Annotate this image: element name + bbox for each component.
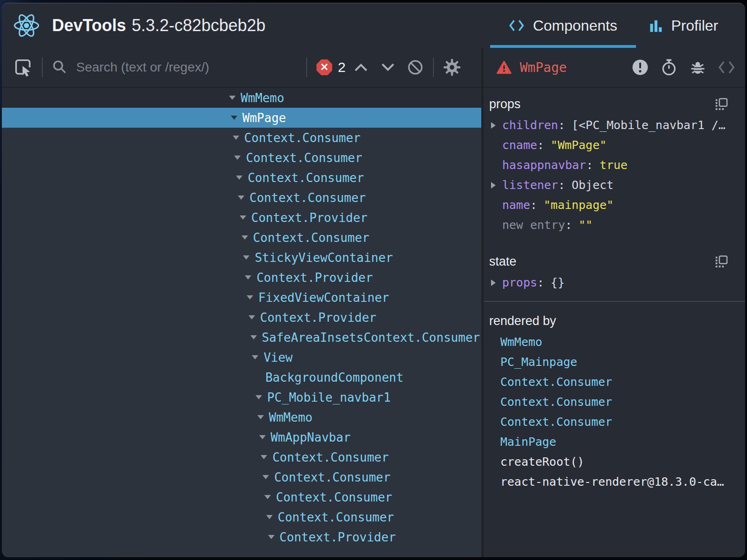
tree-row[interactable]: BackgroundComponent xyxy=(2,367,481,387)
rendered-by-item[interactable]: Context.Consumer xyxy=(484,412,745,432)
tree-row[interactable]: Context.Provider xyxy=(2,307,481,327)
tree-row[interactable]: Context.Provider xyxy=(2,527,481,547)
prop-row[interactable]: children: [<PC_Mobile_navbar1 /… xyxy=(484,115,745,135)
prop-value[interactable]: Object xyxy=(571,178,613,192)
prop-row[interactable]: hasappnavbar: true xyxy=(484,155,745,175)
component-name: Context.Consumer xyxy=(278,510,394,524)
expand-arrow-icon[interactable] xyxy=(234,156,241,160)
tab-profiler[interactable]: Profiler xyxy=(636,3,731,48)
clear-errors-button[interactable] xyxy=(407,59,424,76)
prop-value[interactable]: "mainpage" xyxy=(544,198,614,212)
block-icon xyxy=(407,59,424,76)
prop-row[interactable]: name: "mainpage" xyxy=(484,195,745,215)
expand-arrow-icon[interactable] xyxy=(264,495,271,499)
tree-row[interactable]: Context.Consumer xyxy=(2,228,481,247)
expand-arrow-icon[interactable] xyxy=(238,195,244,200)
tree-row[interactable]: FixedViewContainer xyxy=(2,287,481,307)
expand-arrow-icon[interactable] xyxy=(242,235,248,240)
expand-arrow-icon[interactable] xyxy=(233,136,239,140)
expand-triangle-icon[interactable] xyxy=(491,280,496,286)
tree-row[interactable]: Context.Consumer xyxy=(2,467,481,487)
expand-arrow-icon[interactable] xyxy=(262,475,269,479)
expand-arrow-icon[interactable] xyxy=(243,255,249,260)
tree-row[interactable]: WmMemo xyxy=(2,88,481,108)
tree-row[interactable]: WmPage xyxy=(2,108,481,128)
chevron-up-icon xyxy=(353,62,369,73)
app-title-text: DevTools xyxy=(52,16,126,35)
rendered-by-item[interactable]: Context.Consumer xyxy=(484,372,745,392)
error-octagon-icon: ✕ xyxy=(316,59,332,75)
tree-row[interactable]: Context.Consumer xyxy=(2,128,481,148)
inspected-component-title: WmPage xyxy=(520,60,567,75)
tree-row[interactable]: Context.Consumer xyxy=(2,168,481,188)
tree-row[interactable]: WmAppNavbar xyxy=(2,427,481,447)
tree-row[interactable]: Context.Consumer xyxy=(2,148,481,168)
app-title: DevTools5.3.2-c82bcbeb2b xyxy=(52,16,266,35)
expand-arrow-icon[interactable] xyxy=(236,176,242,180)
expand-arrow-icon[interactable] xyxy=(257,415,264,419)
prop-row[interactable]: cname: "WmPage" xyxy=(484,135,745,155)
tree-row[interactable]: Context.Provider xyxy=(2,208,481,228)
rendered-by-item[interactable]: Context.Consumer xyxy=(484,392,745,412)
tree-row[interactable]: Context.Provider xyxy=(2,267,481,287)
tab-active-underline xyxy=(490,45,636,48)
settings-button[interactable] xyxy=(443,59,461,76)
rendered-by-label: react-native-renderer@18.3.0-ca… xyxy=(500,475,724,488)
expand-arrow-icon[interactable] xyxy=(259,435,266,439)
tree-row[interactable]: WmMemo xyxy=(2,407,481,427)
state-colon: : xyxy=(537,276,544,289)
props-rows: children: [<PC_Mobile_navbar1 /… cname: … xyxy=(484,115,745,235)
tree-row[interactable]: Context.Consumer xyxy=(2,487,481,507)
expand-arrow-icon[interactable] xyxy=(261,455,267,459)
prop-colon: : xyxy=(558,178,565,192)
tree-row[interactable]: View xyxy=(2,347,481,367)
expand-arrow-icon[interactable] xyxy=(268,535,275,539)
search-input[interactable] xyxy=(75,59,297,75)
expand-arrow-icon[interactable] xyxy=(249,315,255,319)
state-row[interactable]: props: {} xyxy=(484,273,745,293)
expand-arrow-icon[interactable] xyxy=(266,515,273,519)
copy-props-button[interactable] xyxy=(714,98,728,111)
rendered-by-item[interactable]: react-native-renderer@18.3.0-ca… xyxy=(484,472,745,492)
expand-arrow-icon[interactable] xyxy=(247,295,253,300)
rendered-by-label: PC_Mainpage xyxy=(500,355,577,369)
state-value[interactable]: {} xyxy=(550,276,564,289)
tree-row[interactable]: Context.Consumer xyxy=(2,447,481,467)
rendered-by-item[interactable]: createRoot() xyxy=(484,452,745,472)
next-error-button[interactable] xyxy=(380,62,396,73)
prop-row[interactable]: listener: Object xyxy=(484,175,745,195)
prop-value[interactable]: [<PC_Mobile_navbar1 /… xyxy=(571,118,725,132)
rendered-by-item[interactable]: PC_Mainpage xyxy=(484,352,745,372)
expand-arrow-icon[interactable] xyxy=(252,355,258,359)
component-name: Context.Provider xyxy=(260,311,376,325)
view-source-button[interactable] xyxy=(718,60,735,74)
prop-key: hasappnavbar xyxy=(502,158,586,172)
copy-state-button[interactable] xyxy=(714,255,728,269)
expand-arrow-icon[interactable] xyxy=(240,215,246,220)
prop-value[interactable]: true xyxy=(600,158,628,172)
rendered-by-item[interactable]: MainPage xyxy=(484,432,745,452)
tab-components[interactable]: Components xyxy=(490,3,636,48)
expand-arrow-icon[interactable] xyxy=(229,96,236,100)
expand-triangle-icon[interactable] xyxy=(491,182,496,189)
prop-value[interactable]: "" xyxy=(579,218,593,232)
expand-triangle-icon[interactable] xyxy=(491,122,496,129)
tree-row[interactable]: SafeAreaInsetsContext.Consumer xyxy=(2,327,481,347)
inspect-element-button[interactable] xyxy=(14,58,33,77)
prop-row[interactable]: new entry: "" xyxy=(484,215,745,235)
debug-log-button[interactable] xyxy=(689,59,706,76)
tree-row[interactable]: StickyViewContainer xyxy=(2,247,481,267)
suspense-toggle-button[interactable] xyxy=(661,59,677,76)
expand-arrow-icon[interactable] xyxy=(256,395,262,399)
expand-arrow-icon[interactable] xyxy=(250,335,257,339)
prev-error-button[interactable] xyxy=(353,62,369,73)
expand-arrow-icon[interactable] xyxy=(245,275,251,280)
prop-colon: : xyxy=(558,118,565,132)
tree-row[interactable]: PC_Mobile_navbar1 xyxy=(2,387,481,407)
rendered-by-item[interactable]: WmMemo xyxy=(484,332,745,352)
tree-row[interactable]: Context.Consumer xyxy=(2,188,481,208)
expand-arrow-icon[interactable] xyxy=(231,116,237,120)
error-toggle-button[interactable] xyxy=(632,59,649,76)
tree-row[interactable]: Context.Consumer xyxy=(2,507,481,527)
prop-value[interactable]: "WmPage" xyxy=(550,138,606,152)
